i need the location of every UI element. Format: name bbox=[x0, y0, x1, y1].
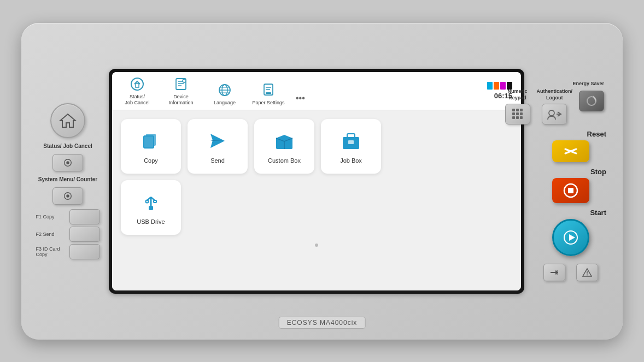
start-label: Start bbox=[590, 209, 606, 217]
fn3-button[interactable] bbox=[69, 244, 100, 259]
language-icon bbox=[216, 82, 233, 98]
alert-indicator-button[interactable] bbox=[576, 264, 598, 281]
svg-rect-50 bbox=[568, 188, 573, 193]
svg-point-5 bbox=[131, 78, 143, 90]
numeric-keypad-section: NumericKeypad bbox=[505, 88, 530, 124]
fn1-button[interactable] bbox=[69, 209, 100, 224]
svg-rect-42 bbox=[512, 116, 515, 119]
screen-nav: Status/Job Cancel i bbox=[121, 76, 305, 106]
nav-more-button[interactable]: ••• bbox=[296, 93, 305, 105]
right-panel: Energy Saver NumericKeypad bbox=[535, 81, 606, 281]
app-job-box[interactable]: Job Box bbox=[321, 119, 381, 174]
screen-header: Status/Job Cancel i bbox=[112, 72, 521, 110]
stop-section: Stop bbox=[535, 168, 606, 203]
svg-rect-39 bbox=[512, 112, 515, 115]
paper-settings-icon bbox=[260, 82, 277, 98]
start-section: Start bbox=[535, 209, 606, 256]
copy-icon bbox=[139, 129, 163, 153]
device-information-icon: i bbox=[173, 76, 189, 92]
nav-language[interactable]: Language bbox=[208, 82, 241, 106]
status-job-cancel-label: Status/ Job Cancel bbox=[43, 143, 92, 150]
send-icon bbox=[206, 129, 230, 153]
svg-rect-19 bbox=[266, 92, 271, 94]
fn3-label: F3 ID Card Copy bbox=[36, 246, 66, 257]
system-menu-counter-label: System Menu/ Counter bbox=[38, 176, 97, 183]
left-panel: Status/ Job Cancel System Menu/ Counter … bbox=[38, 103, 98, 259]
screen-container: Status/Job Cancel i bbox=[109, 69, 524, 294]
send-label: Send bbox=[210, 157, 225, 164]
nav-language-label: Language bbox=[214, 100, 236, 106]
stop-button[interactable] bbox=[552, 178, 589, 203]
custom-box-label: Custom Box bbox=[268, 157, 301, 164]
app-send[interactable]: Send bbox=[188, 119, 248, 174]
numeric-keypad-label: NumericKeypad bbox=[507, 88, 527, 101]
page-dot bbox=[315, 244, 318, 247]
ink-orange bbox=[494, 82, 499, 90]
nav-paper-settings-label: Paper Settings bbox=[252, 100, 284, 106]
reset-section: Reset bbox=[535, 130, 606, 162]
nav-device-information[interactable]: i DeviceInformation bbox=[165, 76, 197, 106]
status-job-cancel-button[interactable] bbox=[52, 154, 83, 171]
svg-rect-37 bbox=[516, 109, 519, 111]
bottom-indicators bbox=[543, 264, 598, 281]
svg-rect-40 bbox=[516, 112, 519, 115]
job-box-icon bbox=[339, 129, 363, 153]
auth-logout-section: Authentication/Logout bbox=[537, 88, 573, 124]
app-copy[interactable]: Copy bbox=[121, 119, 181, 174]
app-custom-box[interactable]: Custom Box bbox=[254, 119, 314, 174]
energy-saver-button[interactable] bbox=[579, 91, 604, 111]
auth-logout-label: Authentication/Logout bbox=[537, 88, 573, 101]
usb-drive-icon bbox=[139, 190, 163, 214]
screen-content: Copy Send bbox=[112, 110, 521, 290]
svg-point-57 bbox=[587, 274, 588, 275]
fn1-row: F1 Copy bbox=[36, 209, 100, 224]
svg-rect-44 bbox=[520, 116, 523, 119]
svg-rect-29 bbox=[348, 140, 354, 144]
nav-status-job-cancel-label: Status/Job Cancel bbox=[125, 94, 149, 106]
usb-drive-label: USB Drive bbox=[137, 218, 165, 225]
nav-device-info-label: DeviceInformation bbox=[168, 94, 193, 106]
fn1-label: F1 Copy bbox=[36, 214, 66, 219]
reset-label: Reset bbox=[587, 130, 606, 138]
printer-model-label: ECOSYS MA4000cix bbox=[279, 317, 366, 329]
svg-point-45 bbox=[549, 110, 554, 116]
svg-rect-30 bbox=[149, 206, 153, 210]
printer-body: Status/ Job Cancel System Menu/ Counter … bbox=[21, 23, 623, 340]
screen-dots bbox=[121, 241, 512, 249]
energy-saver-section bbox=[579, 88, 604, 124]
fn-button-group: F1 Copy F2 Send F3 ID Card Copy bbox=[38, 209, 98, 259]
app-usb-drive[interactable]: USB Drive bbox=[121, 180, 181, 235]
job-box-label: Job Box bbox=[340, 157, 362, 164]
svg-rect-38 bbox=[520, 109, 523, 111]
nav-status-job-cancel[interactable]: Status/Job Cancel bbox=[121, 76, 154, 106]
nav-paper-settings[interactable]: Paper Settings bbox=[252, 82, 285, 106]
app-grid-row-1: Copy Send bbox=[121, 119, 512, 174]
stop-label: Stop bbox=[590, 168, 606, 176]
copy-label: Copy bbox=[144, 157, 158, 164]
svg-marker-52 bbox=[569, 234, 575, 241]
svg-point-4 bbox=[66, 194, 69, 197]
svg-rect-41 bbox=[520, 112, 523, 115]
svg-point-34 bbox=[146, 200, 149, 203]
forward-indicator-button[interactable] bbox=[543, 264, 565, 281]
fn3-row: F3 ID Card Copy bbox=[36, 244, 100, 259]
auth-logout-button[interactable] bbox=[542, 104, 567, 124]
svg-rect-24 bbox=[144, 136, 154, 148]
svg-rect-6 bbox=[136, 84, 139, 87]
system-menu-button[interactable] bbox=[52, 187, 83, 205]
home-button[interactable] bbox=[50, 103, 85, 138]
svg-rect-36 bbox=[512, 109, 515, 111]
ink-cyan bbox=[487, 82, 493, 90]
start-button[interactable] bbox=[552, 219, 589, 256]
status-job-cancel-icon bbox=[129, 76, 145, 92]
app-grid-row-2: USB Drive bbox=[121, 180, 512, 235]
fn2-label: F2 Send bbox=[36, 232, 66, 237]
numeric-keypad-button[interactable] bbox=[505, 104, 530, 124]
svg-rect-35 bbox=[154, 200, 156, 203]
svg-marker-0 bbox=[60, 114, 75, 127]
energy-saver-label: Energy Saver bbox=[572, 81, 604, 86]
custom-box-icon bbox=[272, 129, 296, 153]
fn2-button[interactable] bbox=[69, 227, 100, 242]
reset-button[interactable] bbox=[552, 140, 589, 162]
screen: Status/Job Cancel i bbox=[112, 72, 521, 290]
